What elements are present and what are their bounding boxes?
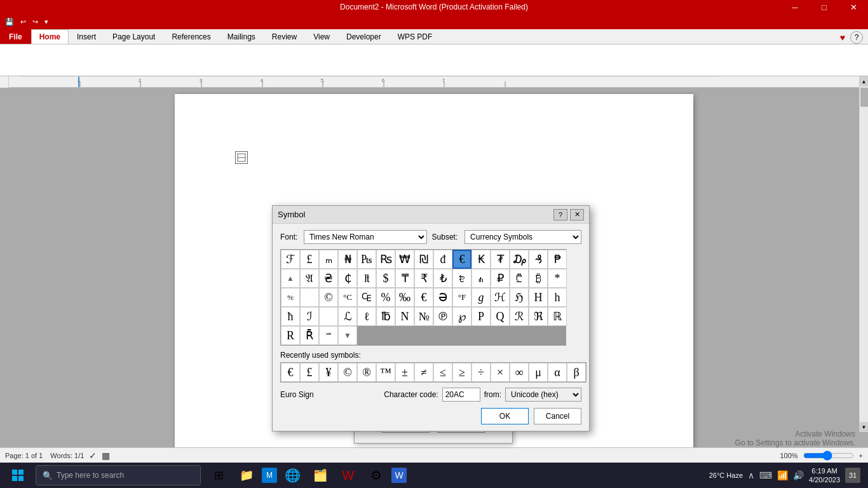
- word-btn[interactable]: W: [391, 468, 407, 483]
- taskbar-search-bar[interactable]: 🔍 Type here to search: [36, 465, 201, 485]
- store-btn[interactable]: M: [262, 468, 277, 483]
- sym-numero[interactable]: №: [414, 307, 433, 326]
- tab-home[interactable]: Home: [31, 29, 69, 44]
- zoom-slider[interactable]: [803, 451, 854, 461]
- document-area[interactable]: Symbol ? ✕ Font: Times New Roman Subset:…: [0, 88, 868, 473]
- zoom-in-icon[interactable]: +: [859, 452, 863, 459]
- recent-yen[interactable]: ¥: [319, 363, 338, 382]
- tab-page-layout[interactable]: Page Layout: [104, 29, 163, 44]
- folder-btn[interactable]: 🗂️: [308, 463, 333, 488]
- sym-sheqel[interactable]: ₪: [414, 250, 433, 269]
- sym-R-bar[interactable]: R̄: [300, 326, 319, 345]
- sym-pts[interactable]: ₧: [357, 250, 376, 269]
- sym-P[interactable]: P: [471, 307, 491, 326]
- sym-R[interactable]: R: [281, 326, 300, 345]
- tab-developer[interactable]: Developer: [338, 29, 390, 44]
- sym-euro2[interactable]: €: [414, 288, 433, 307]
- help-icon[interactable]: ?: [850, 31, 863, 44]
- sym-won[interactable]: ₩: [395, 250, 414, 269]
- chrome-btn[interactable]: ⚙: [363, 463, 389, 488]
- sym-lira[interactable]: ₺: [433, 269, 452, 288]
- sym-dong[interactable]: đ: [433, 250, 452, 269]
- sym-drachma[interactable]: ₯: [510, 250, 529, 269]
- customize-quick-btn[interactable]: ▾: [42, 17, 51, 27]
- sym-hryvnia[interactable]: ₴: [319, 269, 338, 288]
- sym-m[interactable]: ₘ: [319, 250, 338, 269]
- taskbar-sound-icon[interactable]: 🔊: [793, 470, 804, 480]
- sym-weierstrass[interactable]: ℘: [452, 307, 471, 326]
- recent-times[interactable]: ×: [491, 363, 510, 382]
- recent-less-equal[interactable]: ≤: [433, 363, 452, 382]
- taskbar-keyboard-icon[interactable]: ⌨: [759, 470, 772, 480]
- recent-divide[interactable]: ÷: [471, 363, 491, 382]
- font-select[interactable]: Times New Roman: [304, 230, 427, 244]
- scroll-up-btn[interactable]: ▲: [860, 76, 869, 86]
- recent-beta[interactable]: β: [567, 363, 586, 382]
- recent-mu[interactable]: μ: [529, 363, 548, 382]
- sym-Q[interactable]: Q: [491, 307, 510, 326]
- sym-tugrik[interactable]: ₮: [491, 250, 510, 269]
- redo-quick-btn[interactable]: ↪: [30, 17, 41, 27]
- save-quick-btn[interactable]: 💾: [3, 17, 17, 27]
- sym-cedi[interactable]: ₵: [338, 269, 357, 288]
- sym-ac[interactable]: ᵃ⁄c: [281, 288, 300, 307]
- recent-euro[interactable]: €: [281, 363, 300, 382]
- file-explorer-btn[interactable]: 📁: [234, 463, 259, 488]
- sym-sm[interactable]: ℠: [319, 326, 338, 345]
- sym-percent[interactable]: %: [376, 288, 395, 307]
- sym-script-H[interactable]: ℋ: [491, 288, 510, 307]
- scroll-thumb[interactable]: [860, 88, 868, 107]
- sym-g[interactable]: g: [471, 288, 491, 307]
- sym-script-L[interactable]: ℒ: [338, 307, 357, 326]
- tab-wps-pdf[interactable]: WPS PDF: [390, 29, 441, 44]
- from-select[interactable]: Unicode (hex): [505, 388, 581, 402]
- sym-real[interactable]: ℝ: [548, 307, 567, 326]
- sym-pound[interactable]: £: [300, 250, 319, 269]
- sym-celsius[interactable]: °C: [338, 288, 357, 307]
- taskbar-clock[interactable]: 6:19 AM 4/20/2023: [809, 466, 840, 485]
- tab-review[interactable]: Review: [264, 29, 305, 44]
- symbol-help-btn[interactable]: ?: [553, 209, 567, 220]
- tab-references[interactable]: References: [163, 29, 219, 44]
- sym-h-small[interactable]: h: [548, 288, 567, 307]
- scroll-track[interactable]: [860, 86, 868, 422]
- wps-btn[interactable]: W: [336, 463, 361, 488]
- taskbar-network-icon[interactable]: 📶: [777, 470, 788, 480]
- recent-not-equal[interactable]: ≠: [414, 363, 433, 382]
- sym-H[interactable]: H: [529, 288, 548, 307]
- sym-spesmilo[interactable]: $: [376, 269, 395, 288]
- tab-insert[interactable]: Insert: [69, 29, 104, 44]
- recent-pound[interactable]: £: [300, 363, 319, 382]
- right-scrollbar[interactable]: ▲ ▼: [859, 76, 868, 432]
- maximize-button[interactable]: □: [810, 0, 839, 14]
- recent-greater-equal[interactable]: ≥: [452, 363, 471, 382]
- sym-A2[interactable]: 𝔄: [300, 269, 319, 288]
- recent-alpha[interactable]: α: [548, 363, 567, 382]
- sym-script-R[interactable]: ℛ: [510, 307, 529, 326]
- scroll-down-btn[interactable]: ▼: [860, 422, 869, 432]
- sym-sound-recording[interactable]: ℗: [433, 307, 452, 326]
- sym-ecurrency[interactable]: ₠: [357, 288, 376, 307]
- sym-euro[interactable]: €: [452, 250, 471, 269]
- recent-trademark[interactable]: ™: [376, 363, 395, 382]
- sym-copyright[interactable]: ©: [319, 288, 338, 307]
- sym-ell[interactable]: ℓ: [357, 307, 376, 326]
- sym-N[interactable]: N: [395, 307, 414, 326]
- sym-som[interactable]: ₼: [471, 269, 491, 288]
- undo-quick-btn[interactable]: ↩: [18, 17, 29, 27]
- symbol-ok-button[interactable]: OK: [481, 408, 529, 424]
- sym-asterisk[interactable]: *: [548, 269, 567, 288]
- start-button[interactable]: [3, 463, 33, 488]
- sym-indian-rupee[interactable]: ₹: [414, 269, 433, 288]
- sym-manat[interactable]: ₻: [452, 269, 471, 288]
- minimize-button[interactable]: ─: [780, 0, 810, 14]
- sym-lb[interactable]: ℔: [376, 307, 395, 326]
- sym-lari[interactable]: ₾: [510, 269, 529, 288]
- notifications-btn[interactable]: 31: [845, 468, 860, 483]
- tab-view[interactable]: View: [305, 29, 338, 44]
- char-code-input[interactable]: [442, 388, 480, 402]
- sym-ruble[interactable]: ₽: [491, 269, 510, 288]
- tab-mailings[interactable]: Mailings: [219, 29, 264, 44]
- task-view-btn[interactable]: ⊞: [206, 463, 231, 488]
- tab-file[interactable]: File: [0, 29, 31, 44]
